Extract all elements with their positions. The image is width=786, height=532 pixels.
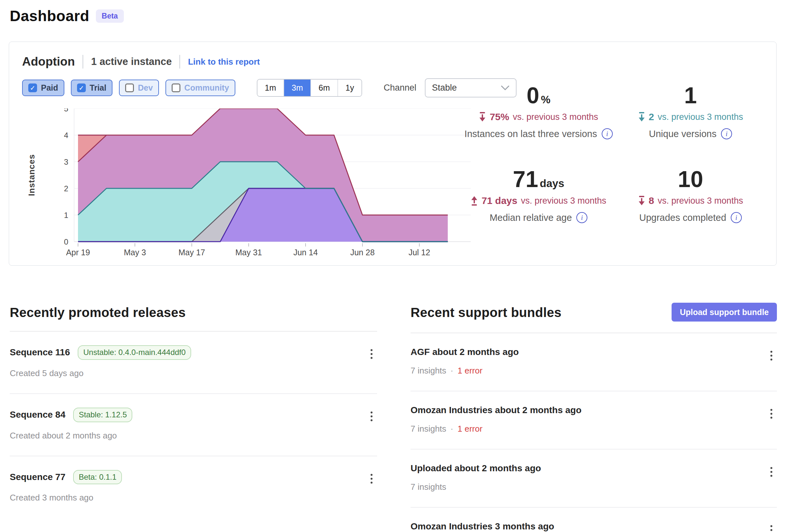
upload-support-bundle-button[interactable]: Upload support bundle <box>672 303 777 321</box>
stat-label-text: Median relative age <box>489 212 572 223</box>
trend-down-icon <box>638 196 645 205</box>
svg-text:Jun 14: Jun 14 <box>293 248 318 257</box>
row-menu-kebab-icon[interactable] <box>369 410 374 423</box>
stat-delta-text: vs. previous 3 months <box>521 196 606 206</box>
page-title: Dashboard <box>10 7 89 25</box>
stat-delta-value: 71 days <box>481 195 517 206</box>
checkbox-unchecked-icon <box>171 83 180 92</box>
stat-label: Instances on last three versionsi <box>463 128 615 139</box>
stat-value: 1 <box>615 84 767 107</box>
adoption-chart[interactable]: Apr 19May 3May 17May 31Jun 14Jun 28Jul 1… <box>25 108 481 264</box>
release-list: Sequence 116Unstable: 0.4.0-main.444ddf0… <box>10 332 377 518</box>
row-menu-kebab-icon[interactable] <box>768 465 774 479</box>
stat-label: Upgrades completedi <box>615 212 767 223</box>
stat-value: 71days <box>463 168 615 191</box>
link-to-report[interactable]: Link to this report <box>188 57 260 67</box>
release-version-badge: Beta: 0.1.1 <box>73 470 122 485</box>
row-menu-kebab-icon[interactable] <box>768 523 774 532</box>
divider <box>83 55 83 69</box>
stat-unique-versions: 12vs. previous 3 monthsUnique versionsi <box>615 84 767 139</box>
release-title-line: Sequence 84Stable: 1.12.5 <box>10 408 377 422</box>
release-created-text: Created 5 days ago <box>10 368 377 378</box>
range-segment-6m[interactable]: 6m <box>310 79 338 96</box>
trend-down-icon <box>638 112 645 122</box>
support-bundle-row: Uploaded about 2 months ago7 insights <box>411 450 777 508</box>
filter-chip-trial[interactable]: ✓Trial <box>71 79 113 96</box>
bundle-title-line: Omozan Industries about 2 months ago <box>411 405 777 415</box>
svg-text:Apr 19: Apr 19 <box>66 248 90 257</box>
bundle-title: AGF about 2 months ago <box>411 347 519 357</box>
release-title-line: Sequence 77Beta: 0.1.1 <box>10 470 377 485</box>
stat-label: Median relative agei <box>463 212 615 223</box>
stat-label-text: Unique versions <box>649 129 716 139</box>
svg-text:5: 5 <box>64 108 68 113</box>
stat-label: Unique versionsi <box>615 128 767 139</box>
filter-chip-label: Community <box>184 83 229 93</box>
stat-delta-text: vs. previous 3 months <box>657 196 743 206</box>
svg-text:1: 1 <box>64 211 68 220</box>
info-icon[interactable]: i <box>721 128 732 139</box>
trend-up-icon <box>471 196 478 205</box>
releases-section: Recently promoted releases Sequence 116U… <box>10 305 377 532</box>
release-created-text: Created 3 months ago <box>10 493 377 503</box>
svg-text:Jun 28: Jun 28 <box>350 248 374 257</box>
stat-delta: 8vs. previous 3 months <box>615 195 767 206</box>
filter-chip-dev[interactable]: Dev <box>119 79 159 96</box>
beta-badge: Beta <box>96 9 124 23</box>
release-sequence-title: Sequence 77 <box>10 472 65 482</box>
license-filters: ✓Paid✓TrialDevCommunity <box>22 79 242 96</box>
adoption-chart-area[interactable]: Apr 19May 3May 17May 31Jun 14Jun 28Jul 1… <box>25 108 481 266</box>
svg-text:0: 0 <box>64 237 68 246</box>
range-segment-1y[interactable]: 1y <box>338 79 362 96</box>
bundle-meta: 7 insights·1 error <box>411 424 777 434</box>
row-menu-kebab-icon[interactable] <box>369 347 374 361</box>
filter-chip-label: Trial <box>90 83 106 93</box>
support-bundles-heading: Recent support bundles <box>411 305 561 320</box>
filter-chip-label: Dev <box>138 83 153 93</box>
info-icon[interactable]: i <box>731 212 742 223</box>
release-title-line: Sequence 116Unstable: 0.4.0-main.444ddf0 <box>10 345 377 360</box>
row-menu-kebab-icon[interactable] <box>369 472 374 486</box>
row-menu-kebab-icon[interactable] <box>768 407 774 420</box>
filter-chip-paid[interactable]: ✓Paid <box>22 79 64 96</box>
stat-delta: 75%vs. previous 3 months <box>463 112 615 122</box>
range-segment-1m[interactable]: 1m <box>257 79 284 96</box>
bundle-error-count: 1 error <box>458 366 483 376</box>
stat-instances-on-last-three-versions: 0%75%vs. previous 3 monthsInstances on l… <box>463 84 615 139</box>
svg-text:Instances: Instances <box>27 154 37 196</box>
stat-median-relative-age: 71days71 daysvs. previous 3 monthsMedian… <box>463 168 615 223</box>
range-segment-3m[interactable]: 3m <box>283 79 310 96</box>
bundle-error-count: 1 error <box>458 424 483 434</box>
info-icon[interactable]: i <box>602 128 613 139</box>
stat-delta-value: 2 <box>649 112 654 122</box>
releases-heading: Recently promoted releases <box>10 305 186 320</box>
release-created-text: Created about 2 months ago <box>10 431 377 441</box>
support-bundle-list: AGF about 2 months ago7 insights·1 error… <box>411 333 777 532</box>
releases-header: Recently promoted releases <box>10 305 377 332</box>
adoption-title: Adoption <box>22 55 75 69</box>
svg-text:May 17: May 17 <box>179 248 205 257</box>
release-version-badge: Unstable: 0.4.0-main.444ddf0 <box>78 345 191 360</box>
release-row: Sequence 84Stable: 1.12.5Created about 2… <box>10 394 377 456</box>
checkbox-checked-icon: ✓ <box>77 83 86 92</box>
bundle-insights-count: 7 insights <box>411 482 446 492</box>
adoption-filter-row: ✓Paid✓TrialDevCommunity 1m3m6m1y Channel… <box>22 78 516 97</box>
filter-chip-community[interactable]: Community <box>165 79 235 96</box>
stat-delta-value: 75% <box>489 112 509 122</box>
support-bundle-row: AGF about 2 months ago7 insights·1 error <box>411 333 777 391</box>
adoption-card: Adoption 1 active instance Link to this … <box>9 42 777 266</box>
release-row: Sequence 77Beta: 0.1.1Created 3 months a… <box>10 456 377 518</box>
stat-value: 0% <box>463 84 615 107</box>
svg-text:Jul 12: Jul 12 <box>409 248 431 257</box>
bundle-title-line: Uploaded about 2 months ago <box>411 463 777 474</box>
info-icon[interactable]: i <box>576 212 587 223</box>
divider <box>180 55 180 69</box>
dot-separator: · <box>450 366 454 376</box>
filter-chip-label: Paid <box>41 83 58 93</box>
bundle-insights-count: 7 insights <box>411 366 446 376</box>
row-menu-kebab-icon[interactable] <box>768 349 774 362</box>
bundle-title: Uploaded about 2 months ago <box>411 463 541 474</box>
adoption-stats: 0%75%vs. previous 3 monthsInstances on l… <box>463 84 766 223</box>
bundle-meta: 7 insights·1 error <box>411 366 777 376</box>
svg-text:May 31: May 31 <box>235 248 262 257</box>
